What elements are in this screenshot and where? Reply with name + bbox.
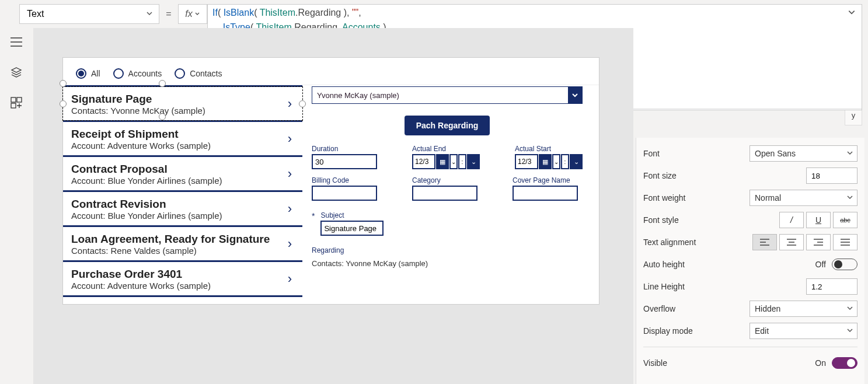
field-label: Subject bbox=[320, 211, 384, 219]
property-dropdown[interactable]: Text bbox=[19, 4, 159, 24]
prop-label: Overflow bbox=[643, 304, 675, 313]
prop-line-height: Line Height bbox=[643, 275, 857, 298]
category-input[interactable] bbox=[412, 186, 477, 201]
font-select[interactable]: Open Sans bbox=[750, 145, 857, 162]
chevron-down-icon bbox=[146, 9, 153, 19]
line-height-input[interactable] bbox=[806, 278, 857, 295]
properties-panel: Font Open Sans Font size Font weight Nor… bbox=[636, 138, 864, 384]
prop-label: Font size bbox=[643, 171, 677, 180]
prop-label: Font weight bbox=[643, 193, 685, 203]
visible-toggle[interactable] bbox=[832, 357, 857, 369]
date-picker[interactable]: 12/3 ▦ ⌄:⌄ bbox=[412, 154, 480, 169]
billing-code-field: Billing Code bbox=[312, 176, 377, 201]
toggle-text: On bbox=[815, 358, 826, 368]
cover-input[interactable] bbox=[513, 186, 578, 201]
radio-all-label: All bbox=[91, 69, 100, 78]
list-item-subtitle: Contacts: Yvonne McKay (sample) bbox=[71, 106, 294, 116]
subject-input[interactable] bbox=[320, 221, 384, 236]
align-right-button[interactable] bbox=[806, 234, 831, 250]
field-label: Duration bbox=[312, 145, 377, 153]
overflow-select[interactable]: Hidden bbox=[750, 301, 857, 317]
radio-icon bbox=[113, 68, 124, 79]
billing-input[interactable] bbox=[312, 186, 377, 201]
prop-visible: Visible On bbox=[643, 352, 857, 374]
app-frame: All Accounts Contacts Signature PageCont… bbox=[62, 57, 599, 305]
chevron-down-icon bbox=[568, 87, 582, 103]
colon: : bbox=[458, 154, 466, 169]
list-item-subtitle: Account: Adventure Works (sample) bbox=[71, 281, 294, 291]
radio-contacts-label: Contacts bbox=[190, 69, 222, 78]
minute-dropdown[interactable]: ⌄ bbox=[467, 154, 480, 169]
prop-label: Text alignment bbox=[643, 238, 696, 247]
prop-auto-height: Auto height Off bbox=[643, 253, 857, 275]
gallery-list[interactable]: Signature PageContacts: Yvonne McKay (sa… bbox=[63, 85, 302, 297]
required-star: * bbox=[312, 211, 315, 221]
radio-icon bbox=[76, 68, 86, 79]
field-label: Cover Page Name bbox=[513, 176, 578, 184]
list-item[interactable]: Signature PageContacts: Yvonne McKay (sa… bbox=[63, 85, 302, 122]
toggle-text: Off bbox=[815, 260, 826, 269]
underline-button[interactable]: U bbox=[806, 212, 831, 228]
svg-rect-2 bbox=[11, 103, 16, 108]
list-item[interactable]: Purchase Order 3401Account: Adventure Wo… bbox=[63, 262, 302, 297]
prop-overflow: Overflow Hidden bbox=[643, 298, 857, 320]
font-size-input[interactable] bbox=[806, 167, 857, 184]
prop-label: Font bbox=[643, 149, 660, 158]
prop-label: Display mode bbox=[643, 326, 693, 336]
actual-end-field: Actual End 12/3 ▦ ⌄:⌄ bbox=[412, 145, 480, 169]
date-picker[interactable]: 12/3 ▦ ⌄:⌄ bbox=[515, 154, 583, 169]
chevron-right-icon: › bbox=[288, 96, 292, 111]
field-label: Actual Start bbox=[515, 145, 583, 153]
strikethrough-button[interactable]: abc bbox=[833, 212, 857, 228]
patch-regarding-button[interactable]: Pach Regarding bbox=[405, 116, 490, 135]
minute-dropdown[interactable]: ⌄ bbox=[570, 154, 583, 169]
regarding-combo[interactable]: Yvonne McKay (sample) bbox=[312, 86, 583, 104]
formula-expand-chevron-icon[interactable] bbox=[848, 8, 856, 19]
select-value: Edit bbox=[755, 326, 769, 336]
chevron-right-icon: › bbox=[288, 271, 292, 287]
list-item-title: Purchase Order 3401 bbox=[71, 268, 294, 281]
duration-field: Duration bbox=[312, 145, 377, 169]
auto-height-toggle[interactable] bbox=[832, 259, 857, 270]
prop-font-size: Font size bbox=[643, 165, 857, 187]
list-item-subtitle: Account: Adventure Works (sample) bbox=[71, 141, 294, 151]
select-value: Hidden bbox=[755, 304, 780, 313]
chevron-down-icon bbox=[846, 304, 853, 313]
prop-font-style: Font style / U abc bbox=[643, 209, 857, 231]
prop-display-mode: Display mode Edit bbox=[643, 320, 857, 342]
chevron-down-icon bbox=[846, 193, 853, 203]
select-value: Normal bbox=[755, 193, 781, 203]
date-text: 12/3 bbox=[515, 154, 538, 169]
prop-label: Font style bbox=[643, 215, 679, 225]
hour-dropdown[interactable]: ⌄ bbox=[449, 154, 458, 169]
font-weight-select[interactable]: Normal bbox=[750, 190, 857, 206]
italic-button[interactable]: / bbox=[779, 212, 804, 228]
align-left-button[interactable] bbox=[752, 234, 777, 250]
display-mode-select[interactable]: Edit bbox=[750, 323, 857, 339]
list-item-title: Loan Agreement, Ready for Signature bbox=[71, 233, 294, 246]
list-item[interactable]: Loan Agreement, Ready for SignatureConta… bbox=[63, 227, 302, 262]
calendar-icon: ▦ bbox=[539, 154, 552, 169]
list-item[interactable]: Receipt of ShipmentAccount: Adventure Wo… bbox=[63, 122, 302, 157]
radio-accounts[interactable]: Accounts bbox=[113, 68, 162, 79]
calendar-icon: ▦ bbox=[436, 154, 449, 169]
align-justify-button[interactable] bbox=[833, 234, 857, 250]
prop-text-align: Text alignment bbox=[643, 231, 857, 253]
list-item-title: Receipt of Shipment bbox=[71, 128, 294, 141]
radio-all[interactable]: All bbox=[76, 68, 100, 79]
chevron-right-icon: › bbox=[288, 166, 292, 181]
align-center-button[interactable] bbox=[779, 234, 804, 250]
hour-dropdown[interactable]: ⌄ bbox=[552, 154, 560, 169]
fx-button[interactable]: fx bbox=[178, 4, 207, 24]
radio-icon bbox=[175, 68, 185, 79]
list-item[interactable]: Contract ProposalAccount: Blue Yonder Ai… bbox=[63, 157, 302, 192]
list-item-title: Signature Page bbox=[71, 93, 294, 106]
duration-input[interactable] bbox=[312, 154, 377, 169]
detail-form: Yvonne McKay (sample) Pach Regarding Dur… bbox=[302, 85, 599, 297]
list-item[interactable]: Contract RevisionAccount: Blue Yonder Ai… bbox=[63, 192, 302, 227]
canvas-area: All Accounts Contacts Signature PageCont… bbox=[33, 28, 633, 384]
chevron-down-icon bbox=[846, 149, 853, 158]
chevron-right-icon: › bbox=[288, 131, 292, 146]
radio-contacts[interactable]: Contacts bbox=[175, 68, 222, 79]
list-item-subtitle: Account: Blue Yonder Airlines (sample) bbox=[71, 176, 294, 186]
